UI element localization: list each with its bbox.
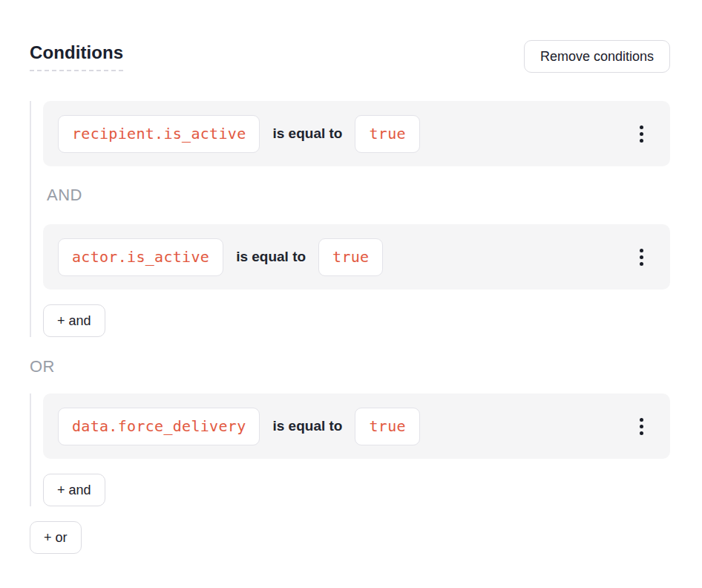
condition-value-chip[interactable]: true: [355, 115, 419, 153]
kebab-menu-icon[interactable]: [635, 414, 648, 440]
conditions-panel: Conditions Remove conditions recipient.i…: [0, 0, 702, 554]
conditions-header: Conditions Remove conditions: [30, 40, 670, 73]
condition-variable-chip[interactable]: data.force_delivery: [58, 408, 260, 445]
condition-variable-chip[interactable]: recipient.is_active: [58, 115, 260, 153]
condition-row: data.force_delivery is equal to true: [43, 393, 670, 459]
condition-operator-label: is equal to: [272, 418, 342, 434]
page-title: Conditions: [30, 42, 123, 71]
condition-group-2: data.force_delivery is equal to true + a…: [30, 393, 670, 506]
condition-row: actor.is_active is equal to true: [43, 224, 670, 290]
condition-row: recipient.is_active is equal to true: [43, 101, 670, 166]
condition-operator-label: is equal to: [236, 249, 306, 265]
condition-variable-chip[interactable]: actor.is_active: [58, 238, 223, 276]
add-or-group-button[interactable]: + or: [30, 521, 82, 554]
add-and-condition-button[interactable]: + and: [43, 474, 105, 506]
condition-operator-label: is equal to: [272, 125, 342, 142]
condition-value-chip[interactable]: true: [355, 408, 419, 445]
add-and-condition-button[interactable]: + and: [43, 304, 105, 337]
and-connector-label: AND: [47, 184, 670, 206]
remove-conditions-button[interactable]: Remove conditions: [524, 40, 670, 73]
or-connector-label: OR: [30, 356, 670, 378]
condition-group-1: recipient.is_active is equal to true AND…: [30, 101, 670, 337]
condition-value-chip[interactable]: true: [318, 238, 383, 276]
kebab-menu-icon[interactable]: [635, 121, 648, 147]
kebab-menu-icon[interactable]: [635, 244, 648, 270]
